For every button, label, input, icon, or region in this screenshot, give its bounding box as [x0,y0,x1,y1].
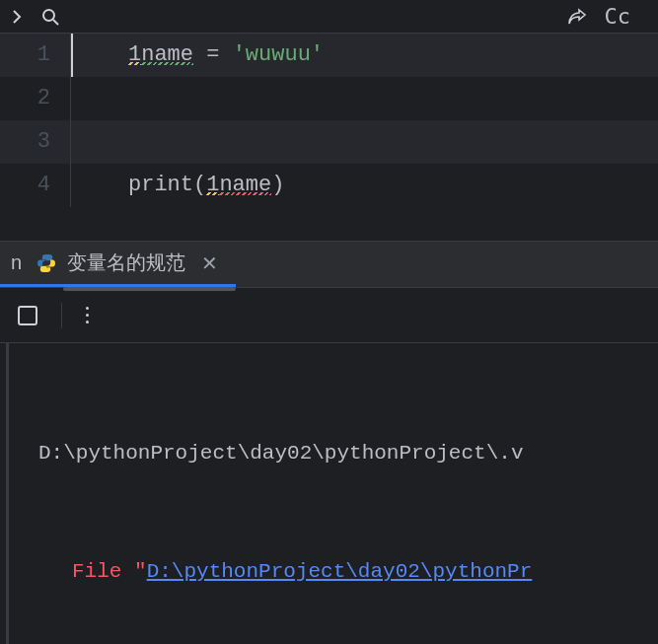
search-icon[interactable] [41,8,59,26]
line-number: 2 [0,77,71,120]
svg-point-0 [43,10,54,21]
console-file-prefix: File " [72,560,147,583]
more-options-icon[interactable] [86,307,89,323]
console-line: File "D:\pythonProject\day02\pythonPr [17,552,658,592]
editor-padding [0,207,658,241]
code-line[interactable]: 3 [0,120,658,164]
line-number: 1 [0,34,71,77]
console-file-link[interactable]: D:\pythonProject\day02\pythonPr [147,560,533,583]
code-content[interactable]: print(1name) [71,164,284,207]
token-identifier: name [219,173,271,197]
console-output[interactable]: D:\pythonProject\day02\pythonProject\.v … [6,343,658,644]
tab-stub[interactable]: n [0,242,22,287]
svg-line-1 [53,20,58,25]
line-number: 4 [0,164,71,207]
token-quote: ' [233,42,246,67]
close-icon[interactable]: ✕ [201,251,218,275]
token-identifier: name [141,42,193,67]
python-icon [36,252,57,274]
share-icon[interactable] [567,8,587,26]
tab-underline-indicator [63,287,236,291]
token-string: wuwuu [246,42,311,67]
token-paren: ( [193,173,206,197]
stop-button[interactable] [18,306,37,325]
run-tab-label: 变量名的规范 [67,250,185,276]
code-line[interactable]: 1 1name = 'wuwuu' [0,34,658,77]
token-operator: = [193,42,233,67]
token-function: print [128,173,193,197]
run-tab-active[interactable]: 变量名的规范 ✕ [22,242,236,287]
code-editor[interactable]: 1 1name = 'wuwuu' 2 3 4 print(1name) [0,34,658,241]
token-quote: ' [311,42,324,67]
console-line: D:\pythonProject\day02\pythonProject\.v [17,434,658,473]
console-command: D:\pythonProject\day02\pythonProject\.v [38,442,523,465]
editor-top-toolbar: Cc [0,0,658,34]
case-toggle[interactable]: Cc [605,4,631,29]
token-paren: ) [271,173,284,197]
token-number: 1 [206,173,219,197]
separator [61,303,62,328]
code-line[interactable]: 2 [0,77,658,120]
token-number: 1 [128,42,141,67]
chevron-right-icon[interactable] [10,10,24,24]
run-toolbar [0,288,658,343]
code-line[interactable]: 4 print(1name) [0,164,658,207]
run-tab-strip: n 变量名的规范 ✕ [0,241,658,288]
code-content[interactable]: 1name = 'wuwuu' [71,34,324,77]
line-number: 3 [0,120,71,164]
